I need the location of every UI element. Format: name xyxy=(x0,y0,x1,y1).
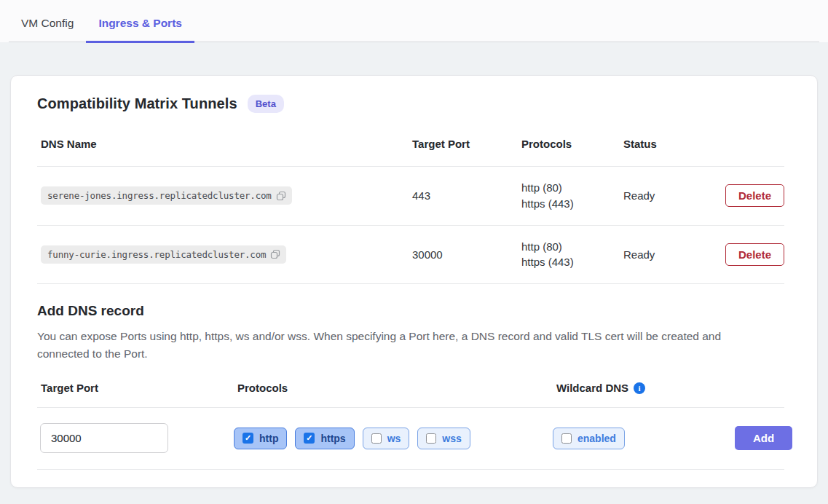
tunnels-card: Compatibility Matrix Tunnels Beta DNS Na… xyxy=(10,75,818,488)
protocols-cell: http (80) https (443) xyxy=(518,239,620,271)
protocols-cell: http (80) https (443) xyxy=(518,180,620,212)
tunnels-table: DNS Name Target Port Protocols Status se… xyxy=(37,132,784,284)
col-header-dns-name: DNS Name xyxy=(37,138,409,150)
dns-name-text: funny-curie.ingress.replicatedcluster.co… xyxy=(47,249,266,260)
table-header-row: DNS Name Target Port Protocols Status xyxy=(37,132,784,167)
unchecked-checkbox-icon xyxy=(371,433,382,444)
col-header-protocols: Protocols xyxy=(518,138,620,150)
protocol-line: https (443) xyxy=(521,196,620,212)
beta-badge: Beta xyxy=(248,95,284,113)
checkbox-http[interactable]: ✓ http xyxy=(234,428,287,449)
tab-bar: VM Config Ingress & Ports xyxy=(0,0,828,42)
form-labels-row: Target Port Protocols Wildcard DNS i xyxy=(37,382,784,408)
delete-button[interactable]: Delete xyxy=(725,243,784,266)
status-cell: Ready xyxy=(620,189,722,202)
info-icon[interactable]: i xyxy=(634,382,645,394)
dns-name-pill: funny-curie.ingress.replicatedcluster.co… xyxy=(41,245,286,264)
dns-name-pill: serene-jones.ingress.replicatedcluster.c… xyxy=(41,186,292,205)
checkbox-http-label: http xyxy=(259,433,278,444)
checkbox-enabled-label: enabled xyxy=(577,433,616,444)
checkbox-wss[interactable]: wss xyxy=(417,428,470,449)
add-dns-description: You can expose Ports using http, https, … xyxy=(37,328,773,363)
protocol-line: http (80) xyxy=(521,180,620,196)
checkbox-https[interactable]: ✓ https xyxy=(295,428,354,449)
copy-icon[interactable] xyxy=(276,191,286,201)
checked-checkbox-icon: ✓ xyxy=(304,433,315,444)
form-controls-row: ✓ http ✓ https ws wss enabled Add xyxy=(37,408,784,470)
tab-vm-config[interactable]: VM Config xyxy=(9,0,86,43)
checked-checkbox-icon: ✓ xyxy=(243,433,253,444)
col-header-target-port: Target Port xyxy=(409,138,518,150)
checkbox-ws[interactable]: ws xyxy=(363,428,410,449)
checkbox-https-label: https xyxy=(320,433,345,444)
copy-icon[interactable] xyxy=(270,249,280,259)
status-cell: Ready xyxy=(620,248,722,261)
tab-ingress-ports[interactable]: Ingress & Ports xyxy=(86,0,194,43)
unchecked-checkbox-icon xyxy=(561,433,572,444)
unchecked-checkbox-icon xyxy=(426,433,436,444)
delete-button[interactable]: Delete xyxy=(725,184,784,207)
protocol-checkbox-group: ✓ http ✓ https ws wss xyxy=(234,428,553,449)
col-header-status: Status xyxy=(620,138,722,150)
checkbox-wss-label: wss xyxy=(442,433,461,444)
checkbox-ws-label: ws xyxy=(387,433,401,444)
form-label-protocols: Protocols xyxy=(234,382,553,394)
protocol-line: http (80) xyxy=(521,239,620,255)
table-row: funny-curie.ingress.replicatedcluster.co… xyxy=(37,226,784,285)
target-port-input[interactable] xyxy=(40,423,168,453)
table-row: serene-jones.ingress.replicatedcluster.c… xyxy=(37,167,784,226)
wildcard-dns-label-text: Wildcard DNS xyxy=(556,382,628,394)
checkbox-wildcard-enabled[interactable]: enabled xyxy=(553,428,625,449)
form-label-target-port: Target Port xyxy=(37,382,234,394)
dns-name-text: serene-jones.ingress.replicatedcluster.c… xyxy=(47,190,272,201)
add-button[interactable]: Add xyxy=(735,426,792,450)
target-port-cell: 443 xyxy=(409,189,518,202)
target-port-cell: 30000 xyxy=(409,248,518,261)
add-dns-record-heading: Add DNS record xyxy=(37,303,784,319)
form-label-wildcard-dns: Wildcard DNS i xyxy=(553,382,735,394)
card-title: Compatibility Matrix Tunnels xyxy=(37,95,237,112)
protocol-line: https (443) xyxy=(521,254,620,270)
